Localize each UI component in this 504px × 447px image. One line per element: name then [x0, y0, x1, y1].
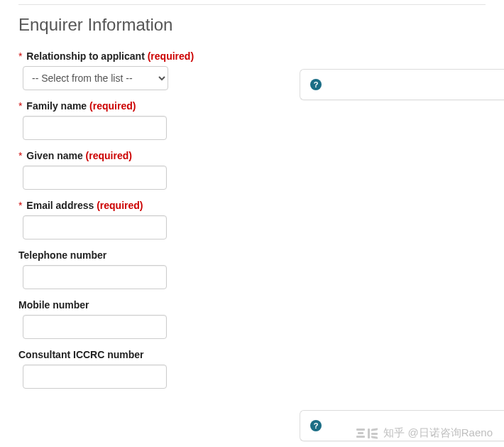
required-text: (required)	[86, 150, 132, 161]
required-star: *	[18, 150, 22, 161]
field-label-line: * Email address (required)	[18, 200, 486, 211]
family-name-input[interactable]	[23, 116, 167, 140]
field-label-line: Consultant ICCRC number	[18, 349, 486, 360]
field-family-name: * Family name (required)	[18, 100, 486, 140]
required-text: (required)	[148, 50, 194, 62]
field-label-line: Mobile number	[18, 299, 486, 311]
required-star: *	[18, 200, 22, 211]
help-icon[interactable]: ?	[310, 79, 322, 90]
required-text: (required)	[97, 200, 143, 211]
section-divider	[18, 4, 486, 5]
help-icon[interactable]: ?	[310, 420, 322, 431]
field-label: Relationship to applicant	[26, 50, 144, 62]
field-email: * Email address (required)	[18, 200, 486, 239]
field-label: Mobile number	[18, 299, 89, 311]
required-text: (required)	[89, 100, 136, 112]
field-label: Email address	[26, 200, 94, 211]
given-name-input[interactable]	[23, 166, 167, 190]
field-iccrc: Consultant ICCRC number	[18, 349, 486, 389]
relationship-select[interactable]: -- Select from the list --	[23, 66, 168, 90]
field-label: Family name	[26, 100, 87, 112]
field-label-line: * Family name (required)	[18, 100, 486, 112]
iccrc-input[interactable]	[23, 365, 167, 389]
field-label: Consultant ICCRC number	[18, 349, 144, 360]
telephone-input[interactable]	[23, 265, 167, 289]
required-star: *	[18, 50, 22, 62]
field-label-line: Telephone number	[18, 249, 486, 261]
help-panel-relationship: ?	[300, 69, 504, 100]
field-label: Telephone number	[18, 249, 106, 261]
section-title: Enquirer Information	[18, 15, 486, 35]
mobile-input[interactable]	[23, 315, 167, 339]
field-label-line: * Given name (required)	[18, 150, 486, 161]
field-mobile: Mobile number	[18, 299, 486, 339]
field-label: Given name	[26, 150, 82, 161]
required-star: *	[18, 100, 22, 112]
field-label-line: * Relationship to applicant (required)	[18, 50, 486, 62]
field-given-name: * Given name (required)	[18, 150, 486, 190]
email-input[interactable]	[23, 215, 167, 239]
field-telephone: Telephone number	[18, 249, 486, 289]
help-panel-iccrc: ?	[300, 410, 504, 441]
